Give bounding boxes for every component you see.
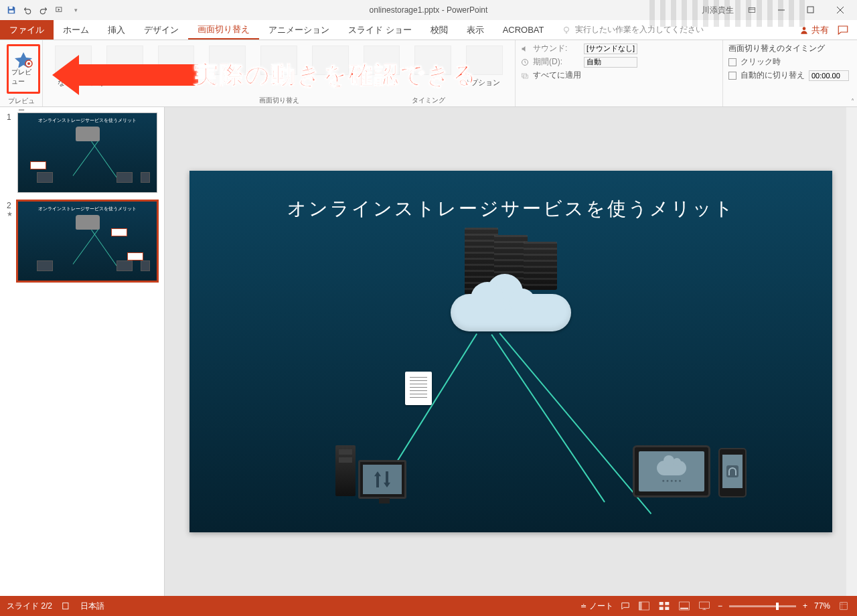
normal-view-icon[interactable] bbox=[637, 601, 651, 611]
sound-select[interactable] bbox=[584, 44, 637, 54]
redo-icon[interactable] bbox=[37, 4, 50, 16]
tab-file[interactable]: ファイル bbox=[0, 20, 54, 40]
fit-to-window-icon[interactable] bbox=[837, 601, 850, 611]
svg-rect-14 bbox=[639, 602, 642, 610]
checkbox-icon bbox=[728, 72, 736, 80]
start-from-beginning-icon[interactable] bbox=[54, 4, 66, 16]
decorative-background bbox=[649, 0, 810, 27]
save-icon[interactable] bbox=[5, 4, 17, 16]
ribbon: プレビュー プレビュー なし 変形 オプション 画面切り替え サウンド: bbox=[0, 40, 857, 107]
tab-animations[interactable]: アニメーション bbox=[259, 20, 339, 40]
arrow-head bbox=[52, 55, 79, 95]
cloud-icon bbox=[451, 294, 571, 331]
tab-view[interactable]: 表示 bbox=[457, 20, 493, 40]
clock-icon bbox=[521, 58, 529, 66]
cloud-icon bbox=[657, 461, 686, 475]
slide-title[interactable]: オンラインストレージサービスを使うメリット bbox=[189, 196, 832, 222]
svg-point-5 bbox=[564, 27, 568, 31]
cloud-server-graphic[interactable] bbox=[444, 231, 578, 331]
svg-rect-12 bbox=[63, 603, 68, 609]
vertical-scrollbar[interactable] bbox=[846, 107, 857, 596]
svg-rect-22 bbox=[840, 603, 848, 610]
tab-design[interactable]: デザイン bbox=[135, 20, 188, 40]
svg-point-8 bbox=[27, 62, 30, 65]
slide-canvas[interactable]: オンラインストレージサービスを使うメリット ● ● ● ● ● bbox=[189, 171, 832, 532]
svg-rect-18 bbox=[665, 607, 669, 610]
group-timing-label: タイミング bbox=[412, 94, 445, 105]
duration-input[interactable] bbox=[584, 57, 637, 68]
slide-editor[interactable]: オンラインストレージサービスを使うメリット ● ● ● ● ● bbox=[165, 107, 857, 596]
apply-all-button[interactable]: すべてに適用 bbox=[521, 70, 717, 81]
zoom-level[interactable]: 77% bbox=[814, 601, 830, 611]
svg-rect-11 bbox=[524, 75, 528, 78]
slide-thumbnails-panel: 1 オンラインストレージサービスを使うメリット 2★ オンラインストレージサービ… bbox=[0, 107, 165, 596]
pc-tower-icon bbox=[335, 445, 356, 496]
zoom-out-button[interactable]: − bbox=[718, 601, 722, 611]
slide-thumbnail-1[interactable]: オンラインストレージサービスを使うメリット bbox=[17, 112, 157, 193]
slide-sorter-icon[interactable] bbox=[657, 601, 671, 611]
tablet-graphic[interactable]: ● ● ● ● ● bbox=[633, 445, 710, 497]
status-bar: スライド 2/2 日本語 ≐ノート − + 77% bbox=[0, 596, 857, 616]
arrow-shaft bbox=[79, 64, 198, 86]
svg-rect-17 bbox=[659, 607, 664, 610]
svg-rect-0 bbox=[9, 7, 13, 9]
svg-rect-16 bbox=[665, 602, 669, 605]
preview-button[interactable]: プレビュー bbox=[7, 44, 40, 94]
connector-line[interactable] bbox=[499, 333, 651, 514]
wifi-icon bbox=[726, 465, 738, 477]
after-checkbox[interactable]: 自動的に切り替え bbox=[728, 70, 852, 81]
tab-transitions[interactable]: 画面切り替え bbox=[188, 20, 259, 40]
svg-rect-10 bbox=[522, 74, 527, 77]
undo-icon[interactable] bbox=[21, 4, 33, 16]
window-title: onlinestorage1.pptx - PowerPoint bbox=[370, 5, 488, 15]
language-indicator[interactable]: 日本語 bbox=[80, 601, 104, 612]
checkbox-icon bbox=[728, 58, 736, 66]
apply-all-icon bbox=[521, 72, 529, 80]
svg-point-6 bbox=[803, 27, 806, 30]
tab-insert[interactable]: 挿入 bbox=[98, 20, 135, 40]
main-area: 1 オンラインストレージサービスを使うメリット 2★ オンラインストレージサービ… bbox=[0, 107, 857, 596]
sound-icon bbox=[521, 45, 529, 53]
svg-rect-15 bbox=[659, 602, 664, 605]
notes-button[interactable]: ≐ノート bbox=[580, 601, 613, 612]
svg-rect-21 bbox=[700, 602, 710, 608]
slideshow-view-icon[interactable] bbox=[698, 601, 711, 611]
cloud-server-icon bbox=[76, 215, 100, 230]
tab-acrobat[interactable]: ACROBAT bbox=[493, 20, 554, 40]
star-icon bbox=[14, 52, 33, 68]
qat-customize-icon[interactable]: ▾ bbox=[70, 4, 82, 16]
svg-rect-1 bbox=[9, 11, 14, 13]
callout-text: 実際の動きを確認できる bbox=[194, 59, 478, 92]
slide-indicator[interactable]: スライド 2/2 bbox=[7, 601, 52, 612]
close-button[interactable] bbox=[829, 3, 852, 17]
tab-review[interactable]: 校閲 bbox=[421, 20, 457, 40]
after-time-input[interactable] bbox=[809, 70, 849, 81]
reading-view-icon[interactable] bbox=[678, 601, 691, 611]
comments-icon[interactable] bbox=[837, 24, 849, 36]
advance-slide-header: 画面切り替えのタイミング bbox=[728, 43, 852, 54]
document-icon[interactable] bbox=[405, 372, 432, 405]
comments-icon[interactable] bbox=[620, 601, 631, 611]
svg-rect-20 bbox=[680, 608, 688, 609]
annotation-callout: 実際の動きを確認できる bbox=[54, 55, 478, 95]
desktop-pc-graphic[interactable] bbox=[335, 439, 409, 503]
animation-star-icon: ★ bbox=[7, 210, 13, 218]
zoom-in-button[interactable]: + bbox=[803, 601, 807, 611]
cloud-server-icon bbox=[76, 127, 100, 141]
collapse-ribbon-icon[interactable]: ˄ bbox=[851, 98, 854, 105]
tab-home[interactable]: ホーム bbox=[54, 20, 98, 40]
spellcheck-icon[interactable] bbox=[62, 601, 71, 611]
tab-slideshow[interactable]: スライド ショー bbox=[339, 20, 421, 40]
smartphone-graphic[interactable] bbox=[718, 448, 747, 497]
monitor-icon bbox=[358, 460, 406, 499]
slide-thumbnail-2[interactable]: オンラインストレージサービスを使うメリット bbox=[17, 201, 157, 281]
thumb-number: 2 bbox=[7, 201, 13, 210]
on-click-checkbox[interactable]: クリック時 bbox=[728, 56, 852, 68]
connector-line[interactable] bbox=[491, 334, 605, 502]
lightbulb-icon bbox=[562, 25, 571, 35]
zoom-slider[interactable] bbox=[729, 605, 796, 607]
